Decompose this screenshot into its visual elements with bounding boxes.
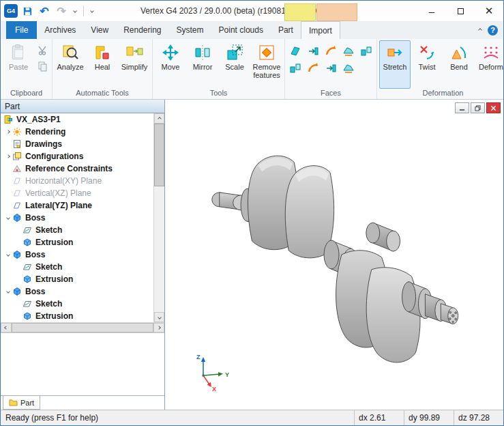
scale-button[interactable]: Scale (219, 40, 250, 89)
face-swoosh-button[interactable] (342, 45, 355, 57)
maximize-icon (458, 8, 464, 14)
tab-import[interactable]: Import (301, 21, 340, 40)
paste-button[interactable]: Paste (3, 40, 34, 89)
tree-horizontal-scrollbar[interactable] (1, 322, 164, 332)
face-swoosh-button[interactable] (342, 62, 355, 74)
document-restore-button[interactable] (471, 102, 485, 113)
heal-button[interactable]: Heal (87, 40, 118, 89)
tree-item-label: Boss (24, 213, 45, 223)
tree-item-drawings[interactable]: Drawings (1, 138, 153, 150)
collapse-arrow-icon[interactable] (3, 253, 12, 256)
bend-button[interactable]: Bend (443, 40, 475, 89)
quick-access-customize-icon[interactable] (88, 10, 96, 12)
face-offset-button[interactable] (289, 45, 301, 57)
tree-item-extrusion[interactable]: Extrusion (1, 310, 153, 322)
tab-rendering[interactable]: Rendering (116, 21, 168, 39)
face-curve-button[interactable] (307, 62, 319, 74)
scroll-down-button[interactable] (154, 312, 164, 322)
document-close-button[interactable] (486, 102, 501, 113)
cut-button[interactable] (37, 45, 48, 56)
tree-item-label: Extrusion (34, 238, 73, 247)
stretch-button[interactable]: Stretch (379, 40, 411, 89)
redo-dropdown-caret-icon[interactable] (71, 10, 79, 12)
tree-item-boss[interactable]: Boss (1, 212, 153, 224)
tree-item-vertical-xz-plane[interactable]: Vertical(XZ) Plane (1, 187, 153, 199)
tree-item-extrusion[interactable]: Extrusion (1, 273, 153, 285)
import-tab-highlight (316, 3, 357, 21)
tab-part[interactable]: Part (271, 21, 301, 39)
part-browser-panel: Part VX_AS3-P1RenderingDrawingsConfigura… (1, 100, 165, 410)
undo-button[interactable]: ↶ (37, 3, 52, 18)
face-curve-button[interactable] (325, 45, 337, 57)
sketch-icon (23, 299, 34, 309)
undo-icon: ↶ (40, 5, 48, 18)
tree-item-horizontal-xy-plane[interactable]: Horizontal(XY) Plane (1, 175, 153, 187)
simplify-button[interactable]: Simplify (119, 40, 150, 89)
scroll-left-button[interactable] (1, 323, 12, 332)
twist-button[interactable]: Twist (411, 40, 443, 89)
face-extend-button[interactable] (325, 62, 337, 74)
boss-icon (12, 250, 24, 259)
expand-arrow-icon[interactable] (3, 155, 12, 158)
collapse-arrow-icon[interactable] (3, 216, 12, 219)
button-label: Remove features (252, 63, 282, 79)
tab-view[interactable]: View (83, 21, 116, 39)
redo-button[interactable]: ↷ (54, 3, 69, 18)
app-logo[interactable]: G4 (4, 4, 18, 18)
tree-item-vx-as3-p1[interactable]: VX_AS3-P1 (1, 113, 153, 126)
face-extend-button[interactable] (307, 45, 319, 57)
save-icon (23, 6, 33, 16)
expand-arrow-icon[interactable] (3, 130, 12, 133)
horizontal-scrollbar-thumb[interactable] (12, 323, 153, 332)
tab-file[interactable]: File (6, 21, 37, 39)
tree-item-boss[interactable]: Boss (1, 248, 153, 261)
ribbon: PasteClipboardAnalyzeHealSimplifyAutomat… (1, 39, 503, 100)
tab-archives[interactable]: Archives (37, 21, 83, 39)
part-tab-highlight (284, 3, 316, 21)
tree-item-configurations[interactable]: Configurations (1, 150, 153, 162)
y-axis: Y (203, 371, 229, 378)
drawings-icon (12, 139, 24, 149)
heal-icon (93, 44, 111, 61)
tab-point-clouds[interactable]: Point clouds (211, 21, 271, 39)
tree-item-label: Extrusion (34, 311, 73, 321)
extrusion-icon (23, 311, 34, 321)
tree-item-sketch[interactable]: Sketch (1, 298, 153, 310)
face-pair-button[interactable] (289, 62, 301, 74)
save-button[interactable] (20, 3, 35, 18)
help-button[interactable]: ? (488, 25, 498, 36)
tree-item-sketch[interactable]: Sketch (1, 224, 153, 236)
maximize-button[interactable] (446, 1, 475, 21)
tree-item-label: Extrusion (34, 274, 73, 284)
tree-item-reference-constraints[interactable]: Reference Constraints (1, 162, 153, 175)
part-bottom-tab[interactable]: Part (3, 396, 40, 410)
move-button[interactable]: Move (155, 40, 186, 89)
copy-button[interactable] (37, 61, 48, 72)
minimize-button[interactable]: – (417, 1, 446, 21)
group-name: Faces (287, 89, 374, 99)
collapse-arrow-icon[interactable] (3, 290, 12, 293)
document-minimize-button[interactable] (455, 102, 469, 113)
analyze-button[interactable]: Analyze (55, 40, 86, 89)
remove-features-button[interactable]: Remove features (251, 40, 282, 89)
viewport[interactable]: Z Y X (165, 100, 503, 410)
deform-button[interactable]: Deform (475, 40, 504, 89)
document-window-controls (455, 102, 501, 113)
tree-item-lateral-yz-plane[interactable]: Lateral(YZ) Plane (1, 199, 153, 212)
tree-item-rendering[interactable]: Rendering (1, 126, 153, 138)
scroll-up-button[interactable] (154, 113, 164, 124)
config-icon (12, 152, 24, 161)
button-label: Deform (479, 63, 503, 71)
ribbon-collapse-button[interactable] (473, 21, 488, 39)
tree-item-boss[interactable]: Boss (1, 285, 153, 298)
tree-item-extrusion[interactable]: Extrusion (1, 236, 153, 248)
tree-vertical-scrollbar[interactable] (153, 113, 164, 322)
scroll-right-button[interactable] (153, 323, 164, 332)
close-button[interactable]: ✕ (475, 1, 503, 21)
mirror-button[interactable]: Mirror (187, 40, 218, 89)
face-pair-button[interactable] (360, 45, 372, 57)
tree-item-sketch[interactable]: Sketch (1, 261, 153, 273)
group-name: Tools (155, 89, 282, 99)
tab-system[interactable]: System (169, 21, 211, 39)
vertical-scrollbar-thumb[interactable] (154, 124, 164, 186)
